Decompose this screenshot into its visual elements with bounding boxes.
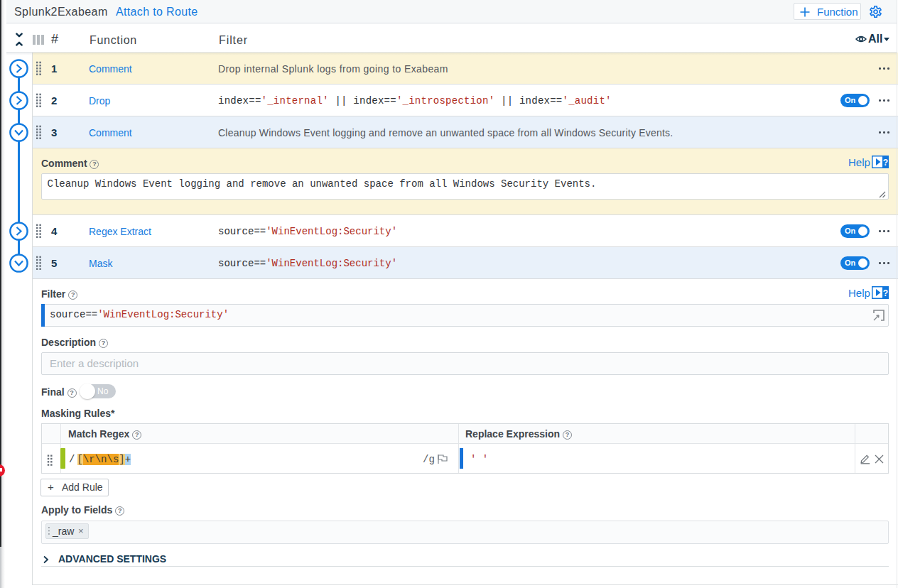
svg-text:?: ?: [883, 288, 888, 298]
svg-text:?: ?: [883, 158, 888, 168]
